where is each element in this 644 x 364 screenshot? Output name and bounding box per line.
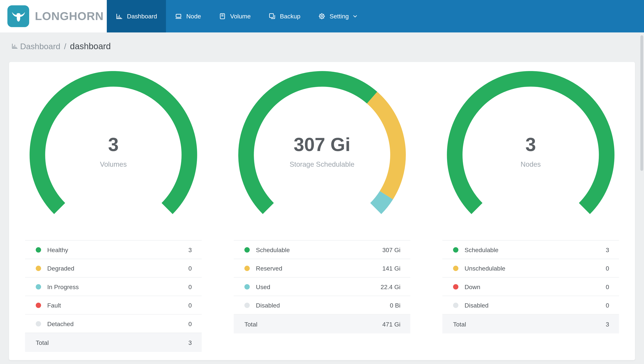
nav-item-backup[interactable]: Backup [260,0,310,32]
legend-row-healthy: Healthy3 [25,241,202,259]
gauge-center-value: 307 Gi [230,135,414,154]
nav-item-dashboard[interactable]: Dashboard [107,0,166,32]
gauge-center-label: Storage Schedulable [230,160,414,169]
status-dot-gray [36,321,41,326]
brand-name: LONGHORN [35,10,104,23]
legend-label: Fault [47,302,188,308]
legend-total-value: 3 [188,339,192,346]
status-dot-red [36,302,41,308]
legend-total-value: 471 Gi [382,320,400,328]
page: LONGHORN Dashboard Node [0,0,644,364]
gauge-center-label: Nodes [438,160,623,169]
gauge-center: 3 Volumes [21,135,206,169]
nav-label: Dashboard [127,13,157,20]
legend-total-label: Total [244,320,382,328]
nav-label: Volume [230,13,251,20]
legend-value: 0 [606,302,609,308]
volumes-panel: 3 Volumes Healthy3Degraded0In Progress0F… [9,71,218,352]
status-dot-yellow [244,266,250,271]
gauge-center-value: 3 [438,135,623,154]
gauge-center: 307 Gi Storage Schedulable [230,135,414,169]
legend-row-fault: Fault0 [25,296,202,314]
legend-value: 141 Gi [382,265,400,272]
nav-label: Backup [280,13,300,20]
laptop-icon [175,13,182,20]
nav-item-volume[interactable]: Volume [210,0,260,32]
storage-panel: 307 Gi Storage Schedulable Schedulable30… [218,71,426,352]
bar-chart-icon [12,42,18,51]
logo[interactable]: LONGHORN [0,0,107,32]
legend-row-degraded: Degraded0 [25,259,202,278]
breadcrumb-separator: / [64,42,66,51]
legend-label: Healthy [47,246,188,253]
status-dot-yellow [36,266,41,271]
legend-table-storage: Schedulable307 GiReserved141 GiUsed22.4 … [234,240,410,334]
nodes-panel: 3 Nodes Schedulable3Unschedulable0Down0D… [426,71,635,352]
legend-label: Detached [47,320,188,327]
longhorn-bull-icon [8,5,29,27]
top-header: LONGHORN Dashboard Node [0,0,644,32]
status-dot-teal [244,284,250,289]
legend-row-schedulable: Schedulable307 Gi [234,241,410,259]
legend-row-unschedulable: Unschedulable0 [442,259,619,278]
copy-icon [269,13,276,20]
status-dot-green [453,247,458,252]
legend-total-row: Total3 [442,315,619,334]
legend-row-detached: Detached0 [25,315,202,333]
legend-value: 22.4 Gi [381,283,400,290]
gauge-center: 3 Nodes [438,135,623,169]
nav-label: Node [186,13,201,20]
legend-value: 0 [188,283,192,290]
status-dot-red [453,284,458,289]
legend-row-disabled: Disabled0 [442,296,619,314]
legend-label: Unschedulable [464,265,606,272]
legend-total-row: Total471 Gi [234,315,410,334]
breadcrumb-dashboard-link[interactable]: Dashboard [12,42,60,51]
legend-label: Down [464,283,606,290]
status-dot-gray [453,302,458,308]
legend-row-disabled: Disabled0 Bi [234,296,410,314]
gear-icon [318,13,326,20]
nav-label: Setting [330,13,348,20]
legend-row-schedulable: Schedulable3 [442,241,619,259]
legend-label: Schedulable [464,246,606,253]
gauge-center-label: Volumes [21,160,206,169]
legend-value: 0 [606,265,609,272]
nav-item-node[interactable]: Node [166,0,210,32]
legend-label: In Progress [47,283,188,290]
legend-total-label: Total [453,320,606,328]
volumes-gauge: 3 Volumes [21,71,206,219]
legend-total-value: 3 [606,320,609,328]
legend-total-label: Total [36,339,188,346]
status-dot-gray [244,302,250,308]
legend-label: Used [256,283,380,290]
legend-value: 3 [188,246,192,253]
legend-row-in-progress: In Progress0 [25,278,202,296]
status-dot-yellow [453,266,458,271]
legend-label: Reserved [256,265,382,272]
breadcrumb: Dashboard / dashboard [0,32,644,62]
breadcrumb-section-label: Dashboard [20,42,60,51]
legend-value: 0 Bi [390,302,400,308]
status-dot-green [36,247,41,252]
status-dot-green [244,247,250,252]
legend-value: 3 [606,246,609,253]
legend-value: 307 Gi [382,246,400,253]
legend-label: Disabled [464,302,606,308]
database-icon [219,13,226,20]
gauge-center-value: 3 [21,135,206,154]
main-nav: Dashboard Node Volume [107,0,644,32]
legend-total-row: Total3 [25,333,202,352]
legend-table-nodes: Schedulable3Unschedulable0Down0Disabled0… [442,240,619,334]
gauge-segment-used [376,195,386,208]
breadcrumb-current-page: dashboard [70,42,111,52]
storage-gauge: 307 Gi Storage Schedulable [230,71,414,219]
nav-item-setting[interactable]: Setting [310,0,366,32]
legend-value: 0 [188,265,192,272]
legend-label: Disabled [256,302,390,308]
legend-value: 0 [188,302,192,308]
legend-table-volumes: Healthy3Degraded0In Progress0Fault0Detac… [25,240,202,352]
legend-value: 0 [606,283,609,290]
scrollbar-thumb[interactable] [640,35,643,171]
chevron-down-icon [353,14,357,18]
